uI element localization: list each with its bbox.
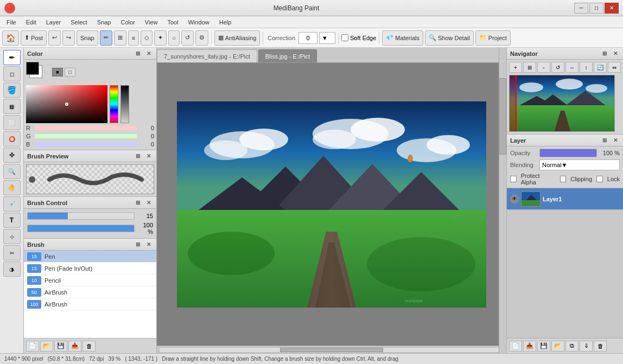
brush-save-btn[interactable]: 💾 <box>54 341 67 352</box>
snap-button[interactable]: Snap <box>77 30 98 46</box>
layer-delete-btn[interactable]: 🗑 <box>594 341 607 352</box>
color-alpha-slider[interactable] <box>120 85 129 123</box>
layer-import-btn[interactable]: 📥 <box>523 341 536 352</box>
brush-item-2[interactable]: 10 Pencil <box>24 274 156 286</box>
tool-lasso[interactable]: ⭕ <box>3 131 21 146</box>
navigator-popup[interactable]: ⊞ <box>600 49 609 58</box>
canvas-hscrollbar[interactable] <box>157 346 506 353</box>
tool-selection[interactable]: ⬜ <box>3 115 21 130</box>
brush-import-btn[interactable]: 📥 <box>68 341 81 352</box>
tool-text[interactable]: T <box>3 213 21 228</box>
snap-undo2-btn[interactable]: ↺ <box>181 30 194 46</box>
nav-rotate[interactable]: 🔄 <box>594 62 607 73</box>
opacity-slider[interactable] <box>27 225 135 232</box>
menu-color[interactable]: Color <box>117 18 139 27</box>
tool-stamp[interactable]: ✂ <box>3 245 21 260</box>
nav-flip[interactable]: ⇔ <box>608 62 621 73</box>
tool-eraser[interactable]: ◻ <box>3 66 21 81</box>
brush-add-btn[interactable]: 📄 <box>26 341 39 352</box>
tab-1[interactable]: Bliss.jpg - E:/Pict <box>258 49 317 62</box>
color-mode-btn[interactable]: ■ <box>52 68 63 76</box>
tool-gradient[interactable]: ▦ <box>3 99 21 114</box>
tool-zoom[interactable]: 🔍 <box>3 164 21 179</box>
menu-edit[interactable]: Edit <box>22 18 41 27</box>
snap-pencil-btn[interactable]: ✏ <box>100 30 112 46</box>
brush-item-1[interactable]: 15 Pen (Fade In/Out) <box>24 263 156 274</box>
show-detail-button[interactable]: 🔍 Show Detail <box>425 30 474 46</box>
soft-edge-checkbox[interactable] <box>341 34 348 41</box>
menu-window[interactable]: Window <box>184 18 214 27</box>
antialias-button[interactable]: ▦ AntiAliasing <box>214 30 260 46</box>
brush-item-0[interactable]: 15 Pen <box>24 251 156 263</box>
tool-move[interactable]: ✜ <box>3 148 21 163</box>
layer-folder-btn[interactable]: 📂 <box>551 341 564 352</box>
layer-new-btn[interactable]: 📄 <box>509 341 522 352</box>
nav-reset[interactable]: ↺ <box>551 62 564 73</box>
layer-item-0[interactable]: 👁 Layer1 <box>507 188 623 210</box>
menu-view[interactable]: View <box>141 18 162 27</box>
menu-snap[interactable]: Snap <box>93 18 116 27</box>
color-trans-btn[interactable]: □ <box>65 68 75 76</box>
toolbar-home-button[interactable]: 🏠 <box>2 30 19 46</box>
redo-button[interactable]: ↪ <box>62 30 75 46</box>
materials-button[interactable]: 💎 Materials <box>382 30 423 46</box>
layer-panel-popup[interactable]: ⊞ <box>600 136 609 145</box>
menu-select[interactable]: Select <box>66 18 92 27</box>
maximize-button[interactable]: □ <box>589 3 603 14</box>
canvas-scroll[interactable]: martpack <box>157 63 506 346</box>
tool-color-change[interactable]: ◑ <box>3 261 21 277</box>
tool-operation[interactable]: ⊹ <box>3 229 21 244</box>
layer-save-btn[interactable]: 💾 <box>537 341 550 352</box>
correction-dropdown[interactable]: ▼ <box>319 32 335 44</box>
layer-panel-close[interactable]: ✕ <box>611 136 620 145</box>
brush-preview-popup[interactable]: ⊞ <box>134 152 142 161</box>
hscroll-thumb[interactable] <box>280 348 383 352</box>
tool-hand[interactable]: 🤚 <box>3 180 21 195</box>
menu-layer[interactable]: Layer <box>42 18 66 27</box>
brush-item-4[interactable]: 100 AirBrush <box>24 298 156 310</box>
brush-control-close[interactable]: ✕ <box>144 199 153 207</box>
undo-button[interactable]: ↩ <box>48 30 61 46</box>
nav-zoom-in[interactable]: + <box>509 62 522 73</box>
blending-dropdown[interactable]: Normal ▼ <box>539 159 620 170</box>
minimize-button[interactable]: ─ <box>574 3 588 14</box>
brush-delete-btn[interactable]: 🗑 <box>82 341 96 352</box>
snap-circle-btn[interactable]: ○ <box>168 30 180 46</box>
snap-lasso-btn[interactable]: ◇ <box>141 30 152 46</box>
size-slider[interactable] <box>27 212 135 220</box>
nav-fit[interactable]: ⊞ <box>523 62 536 73</box>
vscroll-thumb[interactable] <box>499 78 506 155</box>
project-button[interactable]: 📁 Project <box>475 30 511 46</box>
nav-zoom-out[interactable]: - <box>537 62 550 73</box>
correction-input[interactable] <box>298 32 317 44</box>
brush-control-popup[interactable]: ⊞ <box>134 199 142 207</box>
nav-preview[interactable] <box>509 75 615 132</box>
menu-help[interactable]: Help <box>215 18 236 27</box>
layer-duplicate-btn[interactable]: ⧉ <box>565 341 578 352</box>
canvas-vscrollbar[interactable] <box>499 48 506 353</box>
brush-panel-popup[interactable]: ⊞ <box>134 240 142 249</box>
tab-0[interactable]: 7_sunnyshores_italy.jpg - E:/Pict <box>157 49 257 62</box>
r-slider[interactable] <box>35 126 137 130</box>
brush-panel-close[interactable]: ✕ <box>144 240 153 249</box>
close-button[interactable]: ✕ <box>605 3 619 14</box>
nav-fit-width[interactable]: ↔ <box>565 62 578 73</box>
layer-merge-btn[interactable]: ⇓ <box>580 341 593 352</box>
clipping-checkbox[interactable] <box>560 176 567 182</box>
g-slider[interactable] <box>35 134 137 138</box>
brush-preview-close[interactable]: ✕ <box>144 152 153 161</box>
brush-item-3[interactable]: 50 AirBrush <box>24 286 156 298</box>
opacity-bar[interactable] <box>539 149 597 157</box>
post-button[interactable]: ⬆ Post <box>21 30 47 46</box>
snap-grid-btn[interactable]: ⊞ <box>114 30 126 46</box>
snap-lines-btn[interactable]: ≡ <box>128 30 139 46</box>
snap-settings-btn[interactable]: ⚙ <box>195 30 208 46</box>
tool-pen[interactable]: ✒ <box>3 50 21 65</box>
navigator-close[interactable]: ✕ <box>611 49 620 58</box>
tool-eyedropper[interactable]: 💉 <box>3 196 21 212</box>
menu-file[interactable]: File <box>2 18 21 27</box>
tool-fill[interactable]: 🪣 <box>3 82 21 98</box>
color-panel-popup[interactable]: ⊞ <box>134 49 142 58</box>
brush-folder-btn[interactable]: 📂 <box>40 341 53 352</box>
lock-checkbox[interactable] <box>596 176 603 182</box>
